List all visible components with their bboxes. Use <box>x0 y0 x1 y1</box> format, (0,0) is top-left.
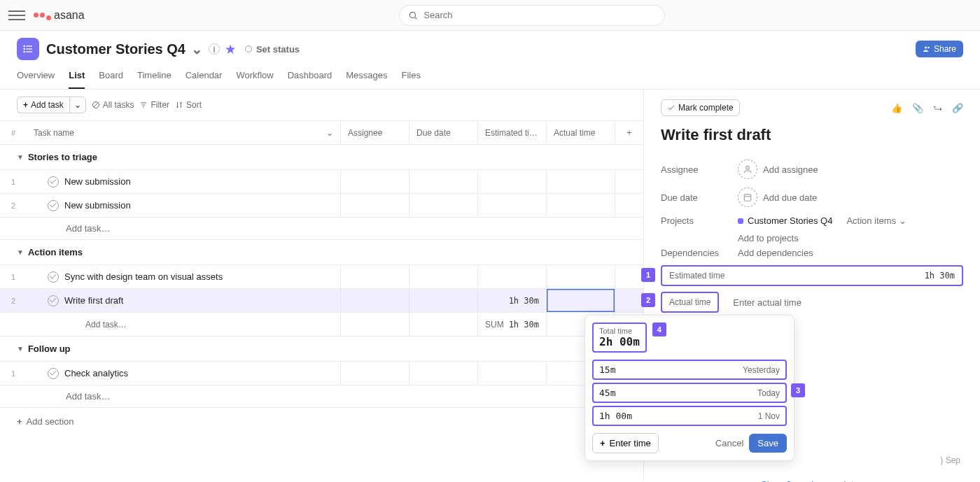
tab-messages[interactable]: Messages <box>346 66 387 89</box>
project-section-dropdown[interactable]: Action items⌄ <box>846 215 906 226</box>
col-assignee[interactable]: Assignee <box>341 121 410 144</box>
col-estimated[interactable]: Estimated ti… <box>478 121 547 144</box>
logo-text: asana <box>54 9 85 22</box>
attachment-icon[interactable]: 📎 <box>912 103 923 113</box>
info-icon[interactable]: i <box>209 43 220 55</box>
svg-point-5 <box>24 45 24 46</box>
cancel-button[interactable]: Cancel <box>715 438 743 448</box>
tab-overview[interactable]: Overview <box>17 66 55 89</box>
section-header[interactable]: ▼ Follow up <box>0 336 643 362</box>
search-input[interactable] <box>424 10 656 20</box>
actual-time-field[interactable]: Actual time <box>661 292 719 313</box>
col-num: # <box>0 121 20 144</box>
svg-rect-16 <box>744 194 750 201</box>
task-row[interactable]: 1 New submission <box>0 170 643 194</box>
check-icon <box>667 104 676 112</box>
complete-toggle-icon[interactable] <box>48 200 59 211</box>
complete-toggle-icon[interactable] <box>48 295 59 306</box>
col-task-name: Task name <box>34 128 74 138</box>
caret-down-icon: ▼ <box>17 248 24 256</box>
add-column-button[interactable]: + <box>615 121 643 144</box>
set-status-button[interactable]: Set status <box>245 44 300 55</box>
add-task-button[interactable]: +Add task ⌄ <box>17 97 86 113</box>
annotation-1: 1 <box>641 268 655 282</box>
project-chip[interactable]: Customer Stories Q4 <box>738 215 832 226</box>
chevron-down-icon[interactable]: ⌄ <box>191 41 203 57</box>
show-previous-updates[interactable]: Show 2 previous updates <box>661 479 963 482</box>
time-entry-popover: Total time 2h 00m 4 15m Yesterday 45m To… <box>584 315 794 461</box>
complete-toggle-icon[interactable] <box>48 368 59 379</box>
svg-point-9 <box>927 47 930 49</box>
complete-toggle-icon[interactable] <box>48 176 59 187</box>
add-to-projects-button[interactable]: Add to projects <box>661 233 963 243</box>
tab-board[interactable]: Board <box>99 66 123 89</box>
task-row[interactable]: 1 Check analytics <box>0 362 643 385</box>
add-task-dropdown[interactable]: ⌄ <box>69 97 86 113</box>
status-dot-icon <box>245 45 252 52</box>
global-search[interactable] <box>399 5 665 26</box>
section-header[interactable]: ▼ Stories to triage <box>0 145 643 170</box>
svg-point-0 <box>410 12 416 17</box>
task-row-selected[interactable]: 2 Write first draft 1h 30m <box>0 289 643 313</box>
add-task-inline[interactable]: Add task… <box>0 385 643 408</box>
project-icon <box>17 38 39 60</box>
save-button[interactable]: Save <box>749 434 787 453</box>
caret-down-icon: ▼ <box>17 345 24 353</box>
filter-icon <box>139 101 148 109</box>
time-entry-row[interactable]: 45m Today <box>592 383 787 403</box>
add-task-inline[interactable]: Add task… <box>20 313 341 336</box>
tab-list[interactable]: List <box>69 66 85 89</box>
like-icon[interactable]: 👍 <box>891 103 902 113</box>
tab-files[interactable]: Files <box>402 66 421 89</box>
person-icon <box>738 160 757 179</box>
annotation-3: 3 <box>791 383 805 397</box>
svg-point-6 <box>24 48 24 49</box>
tab-dashboard[interactable]: Dashboard <box>288 66 332 89</box>
circle-slash-icon <box>92 101 100 109</box>
section-sum-row: Add task… SUM1h 30m <box>0 313 643 336</box>
all-tasks-filter[interactable]: All tasks <box>92 100 134 110</box>
people-icon <box>923 45 931 53</box>
tab-calendar[interactable]: Calendar <box>186 66 223 89</box>
filter-button[interactable]: Filter <box>139 100 169 110</box>
add-assignee-button[interactable]: Add assignee <box>738 160 818 179</box>
svg-line-11 <box>94 103 98 107</box>
search-icon <box>408 10 418 20</box>
time-entry-row[interactable]: 15m Yesterday <box>592 360 787 380</box>
estimated-time-field[interactable]: Estimated time 1h 30m <box>661 265 963 286</box>
task-row[interactable]: 2 New submission <box>0 194 643 218</box>
subtask-icon[interactable]: ⮑ <box>933 103 942 113</box>
sort-button[interactable]: Sort <box>175 100 202 110</box>
svg-point-8 <box>925 47 927 49</box>
tab-timeline[interactable]: Timeline <box>137 66 172 89</box>
enter-actual-time-button[interactable]: Enter actual time <box>733 297 802 308</box>
complete-toggle-icon[interactable] <box>48 271 59 283</box>
col-actual[interactable]: Actual time <box>547 121 615 144</box>
star-icon[interactable]: ★ <box>225 43 235 56</box>
add-task-inline[interactable]: Add task… <box>0 218 643 240</box>
add-section-button[interactable]: +Add section <box>0 408 643 435</box>
enter-time-button[interactable]: +Enter time <box>592 433 659 453</box>
menu-button[interactable] <box>8 7 25 24</box>
mark-complete-button[interactable]: Mark complete <box>661 99 740 116</box>
annotation-4: 4 <box>652 322 666 336</box>
col-due[interactable]: Due date <box>410 121 478 144</box>
caret-down-icon: ▼ <box>17 153 24 161</box>
svg-line-1 <box>415 17 417 19</box>
time-entry-row[interactable]: 1h 00m 1 Nov <box>592 406 787 426</box>
asana-logo[interactable]: asana <box>34 9 85 22</box>
actual-time-cell-active[interactable] <box>547 289 615 312</box>
tab-workflow[interactable]: Workflow <box>236 66 273 89</box>
task-title[interactable]: Write first draft <box>661 126 963 144</box>
share-button[interactable]: Share <box>916 41 963 57</box>
calendar-icon <box>738 187 757 207</box>
svg-point-7 <box>24 51 24 52</box>
project-title[interactable]: Customer Stories Q4 <box>46 41 186 57</box>
link-icon[interactable]: 🔗 <box>952 103 963 113</box>
section-header[interactable]: ▼ Action items <box>0 240 643 265</box>
add-dependencies-button[interactable]: Add dependencies <box>738 248 813 258</box>
task-row[interactable]: 1 Sync with design team on visual assets <box>0 265 643 289</box>
chevron-down-icon[interactable]: ⌄ <box>326 128 333 138</box>
chevron-down-icon: ⌄ <box>899 215 906 226</box>
add-due-date-button[interactable]: Add due date <box>738 187 817 207</box>
